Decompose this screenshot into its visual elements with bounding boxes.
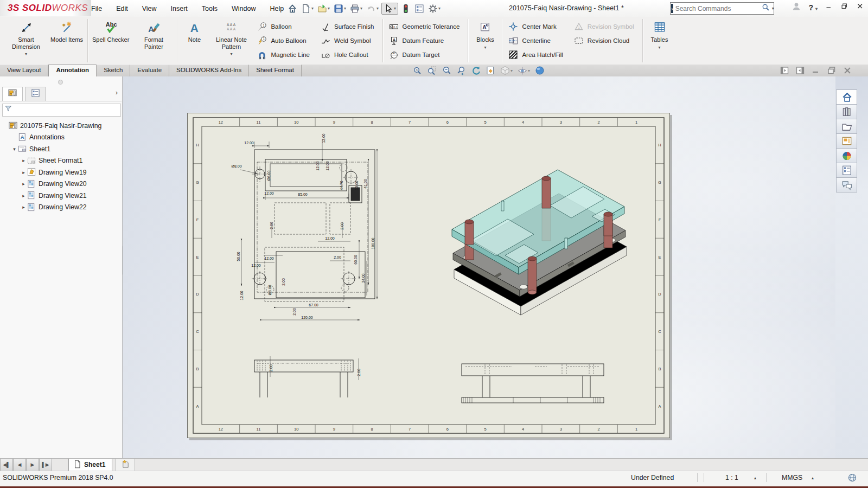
sheet-nav-prev-icon[interactable]: ◀ [13,459,26,471]
tree-expand-icon[interactable]: ▾ [11,146,17,152]
zoom-area-button[interactable] [427,66,437,75]
sheet-nav-next-icon[interactable]: ▶ [26,459,39,471]
note-button[interactable]: ANote [179,17,209,65]
datum-target-button[interactable]: A1Datum Target [388,48,464,62]
menu-edit[interactable]: Edit [116,5,128,12]
tree-item-drawing-view22[interactable]: ▸Drawing View22 [0,202,122,214]
format-painter-button[interactable]: AFormat Painter [132,17,175,65]
drawing-view-side[interactable] [462,364,604,403]
tree-expand-icon[interactable]: ▸ [21,193,27,198]
panel-grip[interactable] [58,80,63,85]
forum-button[interactable] [836,177,857,192]
magnifier-icon[interactable] [762,3,770,14]
undo-button[interactable]: ▾ [365,3,380,15]
tree-expand-icon[interactable]: ▸ [21,170,27,175]
datum-feature-button[interactable]: ADatum Feature [388,34,464,48]
rebuild-button[interactable] [400,3,412,15]
quick-tips-icon[interactable] [847,473,857,484]
search-dropdown-icon[interactable]: ▾ [770,6,776,11]
auto-balloon-button[interactable]: 1Auto Balloon [256,34,314,48]
tree-item-drawing-view21[interactable]: ▸Drawing View21 [0,190,122,202]
home-button[interactable] [286,3,298,15]
appearances-button[interactable] [836,148,857,163]
add-sheet-button[interactable] [116,459,135,471]
save-button[interactable]: ▾ [333,3,347,15]
tree-item-201075-faiq-nasir-drawing[interactable]: 201075-Faiq Nasir-Drawing [0,120,122,132]
print-button[interactable]: ▾ [349,3,363,15]
tree-expand-icon[interactable]: ▸ [21,158,27,163]
view-palette-button[interactable] [836,133,857,149]
tab-evaluate[interactable]: Evaluate [130,65,169,77]
minimize-gray-icon[interactable] [811,66,821,75]
surface-finish-button[interactable]: Surface Finish [320,20,379,34]
sheet-scale-control[interactable]: 1 : 1 [725,474,738,481]
balloon-button[interactable]: 1Balloon [256,20,314,34]
custom-properties-button[interactable] [836,163,857,178]
blocks-button[interactable]: ABlocks▾ [470,17,500,65]
revision-cloud-button[interactable]: Revision Cloud [573,34,639,48]
tree-item-sheet1[interactable]: ▾Sheet1 [0,143,122,155]
hole-callout-button[interactable]: Hole Callout [320,48,379,62]
close-button[interactable] [857,3,865,13]
open-button[interactable]: ▾ [316,3,331,15]
hide-show-items-button[interactable]: ▾ [518,66,530,75]
user-account-icon[interactable] [792,2,801,14]
center-mark-button[interactable]: Center Mark [507,20,567,34]
tab-sketch[interactable]: Sketch [97,65,130,77]
geometric-tolerance-button[interactable]: 0.1Geometric Tolerance [388,20,464,34]
sheet1-tab[interactable]: Sheet1 [68,459,112,471]
select-cursor-button[interactable]: ▾ [381,3,398,15]
task-home-button[interactable] [836,89,857,105]
menu-insert[interactable]: Insert [171,5,188,12]
3d-drawing-view-button[interactable] [486,66,495,75]
area-hatch-button[interactable]: Area Hatch/Fill [507,48,567,62]
tab-solidworks-add-ins[interactable]: SOLIDWORKS Add-Ins [169,65,249,77]
menu-tools[interactable]: Tools [202,5,218,12]
restore-button[interactable] [841,3,849,13]
linear-note-pattern-button[interactable]: AAAAAALinear Note Pattern▾ [209,17,253,65]
tab-annotation[interactable]: Annotation [48,65,97,77]
menu-file[interactable]: File [91,5,102,12]
sheet-nav-first-icon[interactable]: ◀▌ [0,459,13,471]
centerline-button[interactable]: Centerline [507,34,567,48]
drawing-view-isometric[interactable] [452,170,627,315]
scale-dropdown-icon[interactable]: ▴ [754,476,756,480]
file-explorer-button[interactable] [836,119,857,134]
menu-help[interactable]: Help [270,5,284,12]
sheet-nav-last-icon[interactable]: ▌▶ [39,459,52,471]
display-style-button[interactable]: ▾ [500,66,513,75]
units-dropdown-icon[interactable]: ▴ [812,476,814,480]
search-input[interactable] [673,5,762,12]
view-settings-button[interactable] [535,66,545,75]
weld-symbol-button[interactable]: Weld Symbol [320,34,379,48]
model-items-button[interactable]: ✱✱Model Items [48,17,86,65]
tree-item-drawing-view20[interactable]: ▸Drawing View20 [0,178,122,190]
settings-gear-button[interactable]: ▾ [427,3,442,15]
tab-sheet-format[interactable]: Sheet Format [249,65,302,77]
pane-right-icon[interactable] [795,66,805,75]
design-library-button[interactable] [836,104,857,119]
tree-filter-box[interactable] [2,104,121,117]
tree-expand-icon[interactable]: ▸ [21,181,27,187]
tree-expand-icon[interactable]: ▸ [21,204,27,210]
units-control[interactable]: MMGS [782,474,802,481]
pane-left-icon[interactable] [780,66,789,75]
new-doc-button[interactable]: ▾ [300,3,315,15]
drawing-viewport[interactable]: 121211111010998877665544332211HHGGFFEEDD… [123,76,835,458]
rotate-view-button[interactable] [471,66,481,75]
drawing-sheet[interactable]: 121211111010998877665544332211HHGGFFEEDD… [187,113,670,438]
tree-item-sheet-format1[interactable]: ▸Sheet Format1 [0,155,122,167]
help-button[interactable]: ? ▾ [809,3,818,12]
search-commands-box[interactable]: › ▾ [670,2,774,15]
tree-item-annotations[interactable]: AAnnotations [0,132,122,144]
feature-manager-tab[interactable] [2,87,23,101]
smart-dimension-button[interactable]: Smart Dimension▾ [4,17,48,65]
tables-button[interactable]: Tables▾ [644,17,675,65]
panel-chevron-icon[interactable]: › [116,88,118,97]
restore-gray-icon[interactable] [827,66,837,75]
menu-window[interactable]: Window [232,5,256,12]
spell-checker-button[interactable]: AbcSpell Checker [90,17,132,65]
close-gray-icon[interactable] [843,66,852,75]
previous-view-button[interactable] [456,66,466,75]
tab-view-layout[interactable]: View Layout [0,65,48,77]
